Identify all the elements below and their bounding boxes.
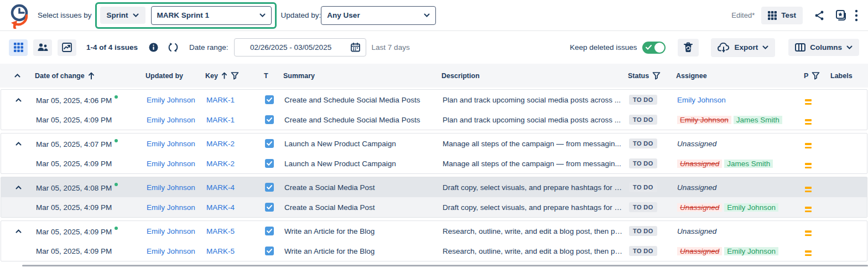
col-assignee[interactable]: Assignee [676,72,707,80]
date-of-change: Mar 05, 2025, 4:09 PM [36,160,112,168]
collapse-chevron-icon[interactable] [15,98,22,102]
info-button[interactable] [147,40,160,54]
assignee-unassigned: Unassigned [677,227,716,235]
columns-button[interactable]: Columns [788,39,859,56]
keep-deleted-toggle[interactable] [642,42,666,54]
filter-icon[interactable] [812,71,820,80]
issue-key-link[interactable]: MARK-1 [206,96,235,104]
table-row[interactable]: Mar 05, 2025, 4:08 PM Emily Johnson MARK… [1,177,867,197]
updated-by-link[interactable]: Emily Johnson [147,116,195,124]
description-text: Research, outline, write, and edit a blo… [443,247,629,255]
col-description[interactable]: Description [441,72,480,80]
issue-key-link[interactable]: MARK-5 [206,247,235,255]
table-header-row: Date of change Updated by Key T Summary … [0,64,868,88]
issue-key-link[interactable]: MARK-4 [206,203,235,212]
description-text: Plan and track upcoming social media pos… [443,116,629,124]
table-row[interactable]: Mar 05, 2025, 4:06 PM Emily Johnson MARK… [1,90,867,110]
col-type[interactable]: T [264,72,268,80]
table-row[interactable]: Mar 05, 2025, 4:09 PM Emily Johnson MARK… [1,221,867,241]
chart-view-button[interactable] [58,39,76,56]
chevron-down-icon [424,13,430,17]
assignee-cell: UnassignedJames Smith [677,160,805,168]
assignee-cell: Unassigned [677,140,805,148]
refresh-button[interactable] [166,40,180,55]
grid-view-button[interactable] [9,39,28,56]
export-button[interactable]: Export [711,38,775,57]
priority-medium-icon [805,187,812,192]
updated-by-link[interactable]: Emily Johnson [147,203,195,212]
sort-up-icon[interactable] [221,72,227,79]
assignee-link[interactable]: Emily Johnson [677,96,726,104]
share-button[interactable] [812,8,827,23]
sprint-select-value: MARK Sprint 1 [157,11,210,19]
updated-by-link[interactable]: Emily Johnson [147,183,195,192]
date-range-label: Date range: [189,43,228,52]
col-date-of-change[interactable]: Date of change [35,72,85,80]
collapse-all-chevron-icon[interactable] [14,74,20,78]
sprint-select[interactable]: MARK Sprint 1 [151,6,272,25]
assignee-new-value: Emily Johnson [724,203,778,212]
status-badge: TO DO [629,246,657,256]
date-of-change: Mar 05, 2025, 4:06 PM [36,96,112,105]
col-updated-by[interactable]: Updated by [145,72,183,80]
updated-by-link[interactable]: Emily Johnson [147,160,195,168]
chevron-down-icon [846,45,853,49]
col-summary[interactable]: Summary [283,72,315,80]
issue-key-link[interactable]: MARK-2 [206,140,235,148]
status-badge: TO DO [629,95,657,105]
issue-key-link[interactable]: MARK-1 [206,116,235,124]
status-badge: TO DO [629,158,657,168]
new-change-dot [115,95,118,99]
table-row[interactable]: Mar 05, 2025, 4:07 PM Emily Johnson MARK… [1,134,867,153]
collapse-chevron-icon[interactable] [15,142,22,146]
issue-source-type-dropdown[interactable]: Sprint [100,7,145,24]
change-group: Mar 05, 2025, 4:09 PM Emily Johnson MARK… [1,220,867,261]
table-row[interactable]: Mar 05, 2025, 4:09 PM Emily Johnson MARK… [1,241,867,261]
table-row[interactable]: Mar 05, 2025, 4:09 PM Emily Johnson MARK… [1,110,867,130]
table-row[interactable]: Mar 05, 2025, 4:09 PM Emily Johnson MARK… [1,153,867,173]
export-cloud-icon [718,43,730,53]
saved-reports-button[interactable] [833,7,849,24]
date-range-input[interactable] [237,43,345,52]
col-key[interactable]: Key [205,72,218,80]
kebab-menu-button[interactable] [853,7,860,24]
status-badge: TO DO [629,138,657,148]
description-text: Research, outline, write, and edit a blo… [443,227,629,235]
col-labels[interactable]: Labels [830,72,853,80]
col-priority[interactable]: P [804,72,808,80]
issue-key-link[interactable]: MARK-2 [206,160,235,168]
assignee-unassigned: Unassigned [677,140,716,148]
columns-label: Columns [810,43,842,52]
description-text: Draft copy, select visuals, and prepare … [443,203,629,212]
updated-by-link[interactable]: Emily Johnson [147,96,195,104]
priority-medium-icon [805,143,812,148]
col-status[interactable]: Status [628,72,649,80]
issue-key-link[interactable]: MARK-4 [206,183,235,192]
report-name-button[interactable]: Test [761,7,803,24]
people-view-button[interactable] [33,39,52,56]
restore-trash-button[interactable] [678,39,699,57]
priority-medium-icon [805,250,812,256]
updated-by-link[interactable]: Emily Johnson [147,140,195,148]
filter-icon[interactable] [231,71,239,80]
description-text: Plan and track upcoming social media pos… [443,96,629,104]
grid-view-icon [14,43,23,52]
horizontal-scrollbar[interactable] [22,265,868,266]
assignee-new-value: Emily Johnson [724,247,778,255]
filter-icon[interactable] [652,71,661,80]
date-range-field[interactable] [234,38,366,57]
updated-by-link[interactable]: Emily Johnson [147,227,195,235]
sort-up-icon[interactable] [88,72,95,80]
updated-by-link[interactable]: Emily Johnson [147,247,195,255]
clock-history-logo [8,2,31,29]
collapse-chevron-icon[interactable] [15,229,22,233]
calendar-icon[interactable] [351,43,360,52]
table-row[interactable]: Mar 05, 2025, 4:09 PM Emily Johnson MARK… [1,197,867,217]
issue-key-link[interactable]: MARK-5 [206,227,235,235]
collapse-chevron-icon[interactable] [15,186,22,189]
updated-by-select[interactable]: Any User [321,6,436,25]
assignee-cell: UnassignedEmily Johnson [677,203,805,212]
refresh-icon [168,42,178,53]
issue-source-highlight-box: Sprint MARK Sprint 1 [95,2,277,29]
assignee-new-value: James Smith [734,116,782,124]
